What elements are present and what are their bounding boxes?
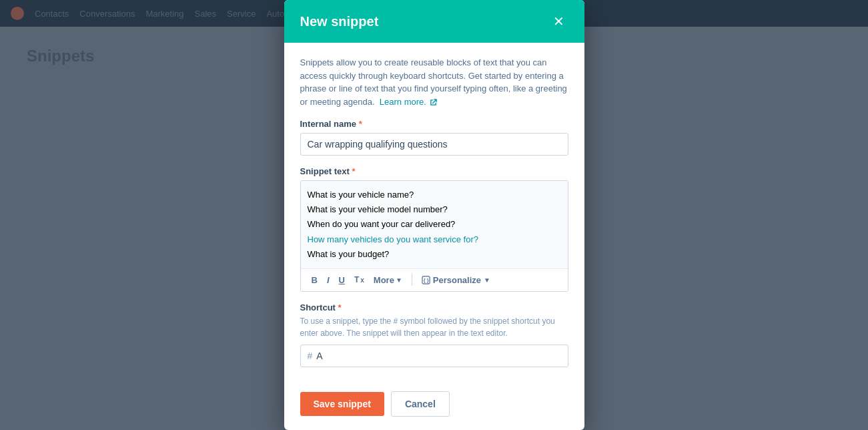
shortcut-description: To use a snippet, type the # symbol foll… bbox=[300, 315, 568, 339]
snippet-text-area[interactable]: What is your vehicle name? What is your … bbox=[301, 181, 568, 268]
bold-button[interactable]: B bbox=[308, 273, 322, 287]
editor-toolbar: B I U Tx More ▼ { } Personalize bbox=[301, 268, 568, 291]
modal-footer: Save snippet Cancel bbox=[284, 381, 584, 430]
modal-description: Snippets allow you to create reusable bl… bbox=[300, 56, 568, 108]
internal-name-input[interactable] bbox=[300, 133, 568, 156]
modal-close-button[interactable]: ✕ bbox=[549, 13, 568, 29]
snippet-line-2: What is your vehicle model number? bbox=[308, 202, 561, 217]
snippet-editor: What is your vehicle name? What is your … bbox=[300, 180, 568, 291]
more-chevron-icon: ▼ bbox=[396, 276, 402, 284]
required-marker-3: * bbox=[338, 302, 342, 312]
snippet-line-1: What is your vehicle name? bbox=[308, 188, 561, 202]
save-snippet-button[interactable]: Save snippet bbox=[300, 392, 384, 416]
modal-body: Snippets allow you to create reusable bl… bbox=[284, 43, 584, 380]
underline-button[interactable]: U bbox=[335, 273, 349, 287]
toolbar-separator bbox=[412, 274, 412, 286]
shortcut-input-wrapper: # bbox=[300, 345, 568, 367]
snippet-line-4: How many vehicles do you want service fo… bbox=[308, 232, 561, 247]
required-marker: * bbox=[359, 119, 362, 129]
required-marker-2: * bbox=[352, 166, 356, 176]
snippet-text-label: Snippet text * bbox=[300, 166, 568, 176]
more-button[interactable]: More ▼ bbox=[370, 273, 406, 287]
strikethrough-button[interactable]: Tx bbox=[350, 273, 368, 286]
italic-button[interactable]: I bbox=[323, 273, 334, 287]
external-link-icon bbox=[430, 99, 437, 106]
modal-overlay: New snippet ✕ Snippets allow you to crea… bbox=[0, 0, 868, 430]
new-snippet-modal: New snippet ✕ Snippets allow you to crea… bbox=[284, 0, 584, 429]
personalize-button[interactable]: { } Personalize ▼ bbox=[418, 273, 494, 287]
snippet-line-3: When do you want your car delivered? bbox=[308, 217, 561, 232]
modal-title: New snippet bbox=[300, 14, 379, 29]
cancel-button[interactable]: Cancel bbox=[391, 391, 450, 417]
snippet-line-5: What is your budget? bbox=[308, 247, 561, 262]
shortcut-hash: # bbox=[308, 351, 313, 361]
personalize-icon: { } bbox=[422, 276, 430, 284]
internal-name-label: Internal name * bbox=[300, 119, 568, 129]
personalize-chevron-icon: ▼ bbox=[484, 276, 490, 284]
shortcut-input[interactable] bbox=[316, 351, 560, 361]
shortcut-label: Shortcut * bbox=[300, 302, 568, 312]
modal-header: New snippet ✕ bbox=[284, 0, 584, 43]
svg-text:{ }: { } bbox=[424, 277, 429, 283]
learn-more-link[interactable]: Learn more. bbox=[380, 97, 426, 107]
